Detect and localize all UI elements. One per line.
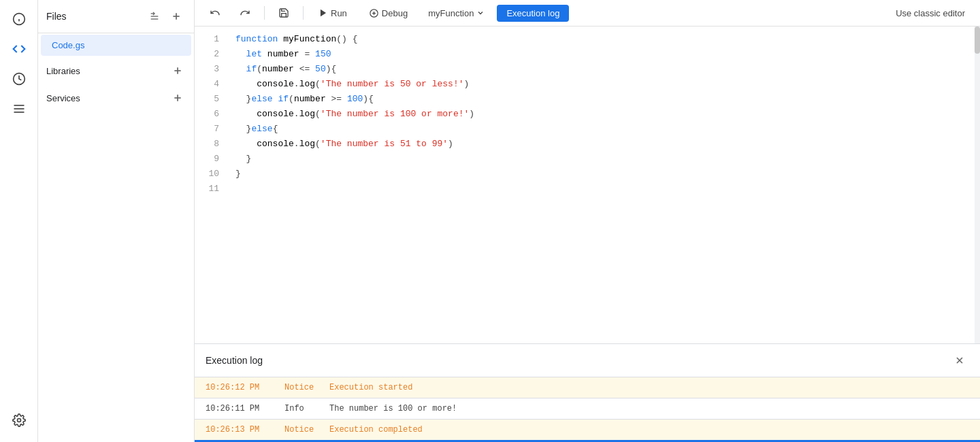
scrollbar-thumb[interactable] <box>975 27 980 54</box>
code-line-1: function myFunction() { <box>235 32 972 47</box>
file-item-code-gs[interactable]: Code.gs <box>41 35 191 56</box>
file-panel-header: Files <box>38 0 194 33</box>
log-level-0: Notice <box>284 383 318 392</box>
file-item-label: Code.gs <box>52 40 84 50</box>
log-entry-0: 10:26:12 PM Notice Execution started <box>195 377 980 398</box>
debug-label: Debug <box>382 8 408 18</box>
code-line-9: } <box>235 152 972 167</box>
run-button[interactable]: Run <box>310 5 355 22</box>
log-time-1: 10:26:11 PM <box>206 404 274 413</box>
services-section-header[interactable]: Services <box>38 84 194 112</box>
function-selector[interactable]: myFunction <box>421 5 491 22</box>
run-label: Run <box>331 8 347 18</box>
save-button[interactable] <box>272 4 296 22</box>
add-service-button[interactable] <box>169 90 186 106</box>
main-area: Run Debug myFunction Execution log Use c… <box>195 0 980 442</box>
line-numbers: 1 2 3 4 5 6 7 8 9 10 11 <box>195 32 227 197</box>
code-lines[interactable]: function myFunction() { let number = 150… <box>227 32 980 197</box>
add-file-button[interactable] <box>167 7 186 26</box>
settings-nav-icon[interactable] <box>5 407 33 434</box>
function-name: myFunction <box>428 8 474 18</box>
sort-files-button[interactable] <box>145 7 164 26</box>
toolbar-sep-2 <box>303 6 304 20</box>
execution-log-header: Execution log <box>195 344 980 377</box>
log-entry-2: 10:26:13 PM Notice Execution completed <box>195 420 980 440</box>
redo-button[interactable] <box>233 4 257 22</box>
log-msg-2: Execution completed <box>329 425 423 435</box>
log-msg-1: The number is 100 or more! <box>329 404 457 413</box>
execution-log-button[interactable]: Execution log <box>497 5 569 22</box>
libraries-section-header[interactable]: Libraries <box>38 57 194 84</box>
close-execution-log-button[interactable] <box>950 351 969 370</box>
code-line-6: console.log('The number is 100 or more!'… <box>235 107 972 122</box>
debug-button[interactable]: Debug <box>361 5 416 22</box>
toolbar: Run Debug myFunction Execution log Use c… <box>195 0 980 27</box>
code-content: 1 2 3 4 5 6 7 8 9 10 11 function myFunct… <box>195 27 980 202</box>
undo-button[interactable] <box>203 4 227 22</box>
execution-log-label: Execution log <box>506 8 559 18</box>
code-line-8: console.log('The number is 51 to 99') <box>235 137 972 152</box>
code-line-4: console.log('The number is 50 or less!') <box>235 77 972 92</box>
libraries-label: Libraries <box>46 66 169 76</box>
file-panel-actions <box>145 7 186 26</box>
log-level-2: Notice <box>284 425 318 435</box>
scrollbar-track[interactable] <box>975 27 980 343</box>
code-line-10: } <box>235 167 972 182</box>
code-editor[interactable]: 1 2 3 4 5 6 7 8 9 10 11 function myFunct… <box>195 27 980 343</box>
execution-log-title: Execution log <box>206 355 950 366</box>
log-time-0: 10:26:12 PM <box>206 383 274 392</box>
file-panel: Files Code.gs Libraries <box>38 0 195 442</box>
add-library-button[interactable] <box>169 63 186 79</box>
triggers-nav-icon[interactable] <box>5 65 33 92</box>
use-classic-label: Use classic editor <box>896 8 965 18</box>
execution-log-panel: Execution log 10:26:12 PM Notice Executi… <box>195 343 980 442</box>
services-label: Services <box>46 93 169 103</box>
svg-point-7 <box>17 419 20 422</box>
svg-marker-17 <box>321 10 326 17</box>
log-time-2: 10:26:13 PM <box>206 425 274 435</box>
log-entry-1: 10:26:11 PM Info The number is 100 or mo… <box>195 398 980 419</box>
files-panel-title: Files <box>46 11 140 22</box>
toolbar-sep-1 <box>264 6 265 20</box>
log-level-1: Info <box>284 404 318 413</box>
code-line-2: let number = 150 <box>235 47 972 62</box>
log-msg-0: Execution started <box>329 383 412 392</box>
icon-rail <box>0 0 38 442</box>
info-nav-icon[interactable] <box>5 5 33 33</box>
code-line-5: }else if(number >= 100){ <box>235 92 972 107</box>
executions-nav-icon[interactable] <box>5 95 33 122</box>
code-line-11 <box>235 182 972 197</box>
code-line-7: }else{ <box>235 122 972 137</box>
use-classic-editor-link[interactable]: Use classic editor <box>889 5 972 22</box>
code-line-3: if(number <= 50){ <box>235 62 972 77</box>
code-nav-icon[interactable] <box>5 35 33 63</box>
